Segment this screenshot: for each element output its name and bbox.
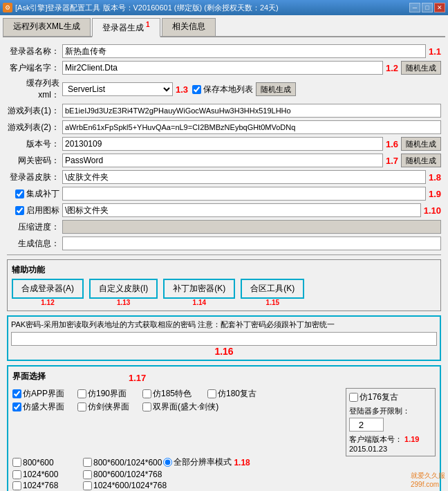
merge-tool-btn[interactable]: 合区工具(K) <box>241 279 304 299</box>
iface-app-checkbox[interactable] <box>12 389 21 398</box>
res-1024x600-1024x768-checkbox[interactable] <box>83 481 92 490</box>
merge-login-container: 合成登录器(A) 1.12 <box>12 279 84 306</box>
iface-jianxia-checkbox[interactable] <box>77 402 86 411</box>
login-name-num: 1.1 <box>429 46 441 57</box>
enable-icon-check-label[interactable]: 启用图标 <box>7 205 62 216</box>
maximize-button[interactable]: □ <box>422 3 433 12</box>
res-800x600-checkbox[interactable] <box>12 458 21 467</box>
login-skin-input[interactable] <box>62 170 426 184</box>
interface-title: 界面选择 <box>12 371 46 382</box>
version-random-btn[interactable]: 随机生成 <box>401 137 441 151</box>
login-name-label: 登录器名称： <box>7 46 62 57</box>
enable-icon-checkbox[interactable] <box>15 206 24 215</box>
res-1024x768-checkbox[interactable] <box>12 481 21 490</box>
game-list2-row: 游戏列表(2)： <box>7 120 441 134</box>
res-800x600-1024x600-label[interactable]: 800*600/1024*600 <box>83 458 162 467</box>
client-file-random-btn[interactable]: 随机生成 <box>401 61 441 75</box>
custom-skin-num: 1.13 <box>89 299 158 306</box>
patch-encrypt-container: 补丁加密器(K) 1.14 <box>163 279 235 306</box>
iface-190-checkbox[interactable] <box>77 389 86 398</box>
iface-180-checkbox[interactable] <box>207 389 216 398</box>
gateway-pwd-label: 网关密码： <box>7 155 62 167</box>
version-label: 版本号： <box>7 138 62 150</box>
game-list1-input[interactable] <box>62 104 441 118</box>
integrate-patch-checkbox[interactable] <box>15 189 24 198</box>
iface-190-label[interactable]: 仿190界面 <box>77 388 140 400</box>
integrate-patch-input[interactable] <box>62 187 426 201</box>
res-all-label[interactable]: 全部分辨率模式 <box>163 456 232 468</box>
iface-shengda-label[interactable]: 仿盛大界面 <box>12 401 75 413</box>
integrate-patch-check-label[interactable]: 集成补丁 <box>7 188 62 200</box>
res-800x600-1024x600-checkbox[interactable] <box>83 458 92 467</box>
tab-login-gen[interactable]: 登录器生成 1 <box>92 18 160 37</box>
pak-num: 1.16 <box>11 346 437 357</box>
res-all-radio[interactable] <box>163 458 172 467</box>
login-name-row: 登录器名称： 1.1 <box>7 44 441 58</box>
iface-app-label[interactable]: 仿APP界面 <box>12 388 75 400</box>
save-local-checkbox[interactable] <box>192 85 201 94</box>
res-1024x600-checkbox[interactable] <box>12 470 21 479</box>
client-file-input[interactable] <box>62 61 383 75</box>
custom-skin-btn[interactable]: 自定义皮肤(I) <box>89 279 158 299</box>
aux-section: 辅助功能 合成登录器(A) 1.12 自定义皮肤(I) 1.13 补丁加密器(K… <box>7 259 441 311</box>
res-800x600-1024x768-checkbox[interactable] <box>83 470 92 479</box>
server-list-label: 缓存列表xml： <box>7 77 62 101</box>
iface-jianxia-text: 仿剑侠界面 <box>88 401 129 413</box>
res-800x600-label[interactable]: 800*600 <box>12 458 82 467</box>
res-800x600-1024x768-label[interactable]: 800*600/1024*768 <box>83 470 162 479</box>
iface-176-checkbox[interactable] <box>349 393 358 402</box>
merge-login-btn[interactable]: 合成登录器(A) <box>12 279 84 299</box>
server-list-row: 缓存列表xml： ServerList 1.3 保存本地列表 随机生成 <box>7 77 441 101</box>
interface-section: 界面选择 1.17 仿APP界面 仿190界面 <box>7 365 441 491</box>
client-version-label: 客户端版本号： <box>349 435 402 443</box>
pak-input[interactable] <box>11 332 437 346</box>
iface-180-label[interactable]: 仿180复古 <box>207 388 270 400</box>
pak-section: PAK密码-采用加密读取列表地址的方式获取相应的密码 注意：配套补丁密码必须跟补… <box>7 315 441 361</box>
gen-info-input[interactable] <box>62 237 441 250</box>
server-list-select[interactable]: ServerList <box>62 82 173 96</box>
version-num: 1.6 <box>386 139 398 149</box>
app-icon: ⚙ <box>3 3 12 12</box>
integrate-patch-row: 集成补丁 1.9 <box>7 187 441 201</box>
gateway-pwd-random-btn[interactable]: 随机生成 <box>401 154 441 167</box>
tab-remote-list[interactable]: 远程列表XML生成 <box>3 18 91 36</box>
iface-dual-checkbox[interactable] <box>142 402 151 411</box>
version-row: 版本号： 1.6 随机生成 <box>7 137 441 151</box>
res-1024x600-1024x768-label[interactable]: 1024*600/1024*768 <box>83 481 167 490</box>
enable-icon-input[interactable] <box>62 203 421 217</box>
iface-176-label[interactable]: 仿176复古 <box>349 391 432 403</box>
client-file-label: 客户端名字： <box>7 62 62 74</box>
res-row3: 1024*768 1024*600/1024*768 <box>12 481 436 490</box>
iface-jianxia-label[interactable]: 仿剑侠界面 <box>77 401 140 413</box>
enable-icon-num: 1.10 <box>424 205 441 216</box>
game-list2-input[interactable] <box>62 120 441 134</box>
res-1024x600-label[interactable]: 1024*600 <box>12 470 82 479</box>
game-list2-label: 游戏列表(2)： <box>7 122 62 133</box>
iface-176-text: 仿176复古 <box>360 391 398 403</box>
gateway-pwd-input[interactable] <box>62 154 383 167</box>
iface-180-text: 仿180复古 <box>218 388 256 400</box>
tab-bar: 远程列表XML生成 登录器生成 1 相关信息 <box>3 18 445 37</box>
iface-dual-label[interactable]: 双界面(盛大·剑侠) <box>142 401 232 413</box>
integrate-patch-label: 集成补丁 <box>26 188 59 200</box>
game-list1-label: 游戏列表(1)： <box>7 105 62 117</box>
compress-progress <box>62 220 441 234</box>
iface-shengda-checkbox[interactable] <box>12 402 21 411</box>
gateway-pwd-num: 1.7 <box>386 156 398 166</box>
close-button[interactable]: ✕ <box>434 3 445 12</box>
login-limit-input[interactable] <box>349 418 384 432</box>
save-local-check-label[interactable]: 保存本地列表 <box>192 84 253 95</box>
res-1024x768-label[interactable]: 1024*768 <box>12 481 82 490</box>
patch-encrypt-btn[interactable]: 补丁加密器(K) <box>163 279 235 299</box>
game-list1-row: 游戏列表(1)： <box>7 104 441 118</box>
server-list-random-btn[interactable]: 随机生成 <box>256 82 296 96</box>
iface-185-checkbox[interactable] <box>142 389 151 398</box>
iface-185-label[interactable]: 仿185特色 <box>142 388 205 400</box>
minimize-button[interactable]: ─ <box>409 3 420 12</box>
login-name-input[interactable] <box>62 44 426 58</box>
tab-info[interactable]: 相关信息 <box>162 18 216 36</box>
version-input[interactable] <box>62 137 383 151</box>
client-version-value: 2015.01.23 <box>349 445 432 453</box>
res-row1: 800*600 800*600/1024*600 全部分辨率模式 1.18 <box>12 456 436 468</box>
iface-190-text: 仿190界面 <box>88 388 127 400</box>
